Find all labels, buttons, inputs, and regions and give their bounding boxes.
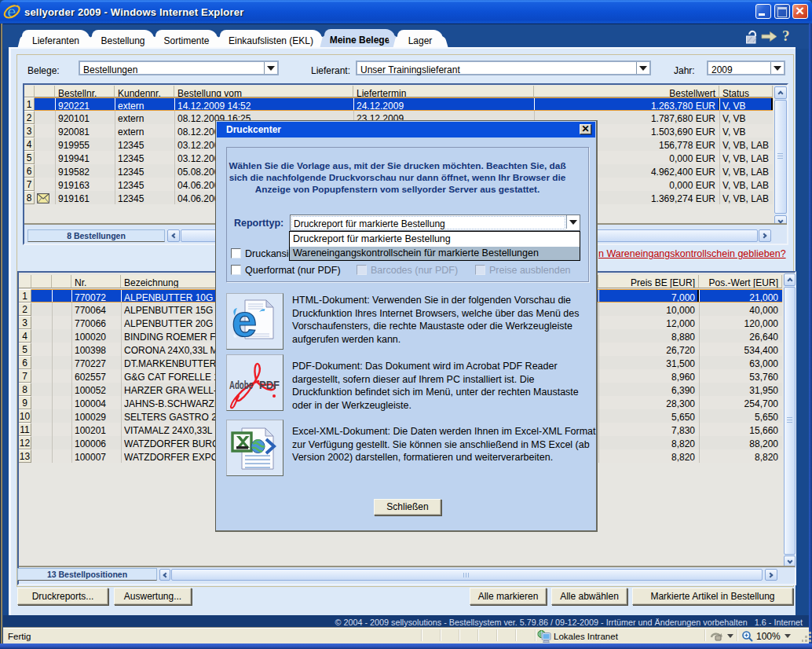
svg-text:PDF: PDF: [259, 379, 280, 391]
svg-text:Adobe: Adobe: [229, 379, 253, 391]
svg-text:e: e: [232, 295, 257, 346]
